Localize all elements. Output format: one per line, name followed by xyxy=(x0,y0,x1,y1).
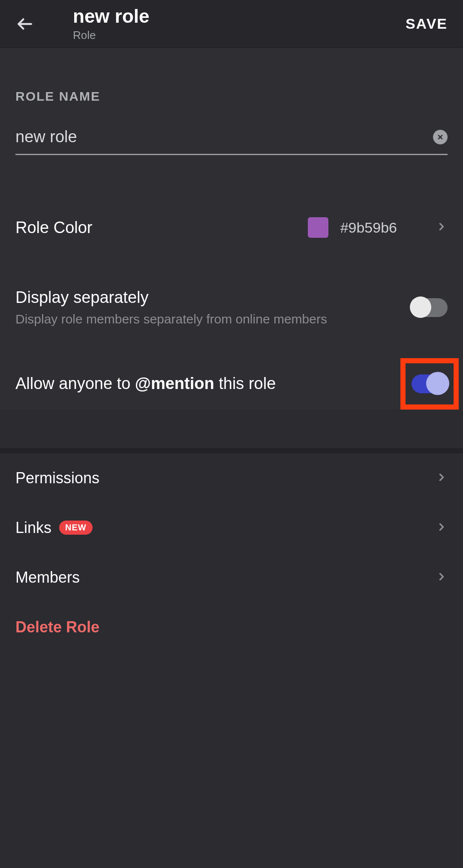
page-title: new role xyxy=(73,6,406,27)
allow-mention-suffix: this role xyxy=(214,374,276,392)
role-name-input[interactable] xyxy=(15,128,433,146)
save-button[interactable]: SAVE xyxy=(406,15,448,32)
chevron-right-icon xyxy=(436,471,448,485)
members-row[interactable]: Members xyxy=(0,553,463,602)
allow-mention-title: Allow anyone to @mention this role xyxy=(15,373,392,394)
links-label: Links xyxy=(15,519,51,537)
display-separately-subtitle: Display role members separately from onl… xyxy=(15,311,403,328)
allow-mention-prefix: Allow anyone to xyxy=(15,374,135,392)
chevron-right-icon xyxy=(436,221,448,234)
permissions-row[interactable]: Permissions xyxy=(0,453,463,503)
back-arrow-icon[interactable] xyxy=(15,15,34,33)
chevron-right-icon xyxy=(436,521,448,535)
chevron-right-icon xyxy=(436,571,448,584)
delete-role-label: Delete Role xyxy=(15,618,99,636)
role-color-row[interactable]: Role Color #9b59b6 xyxy=(0,202,463,253)
delete-role-row[interactable]: Delete Role xyxy=(0,602,463,652)
allow-mention-toggle[interactable] xyxy=(412,374,448,393)
role-color-swatch xyxy=(308,217,328,238)
clear-input-icon[interactable] xyxy=(433,130,448,144)
new-badge: NEW xyxy=(59,521,93,535)
members-label: Members xyxy=(15,569,436,587)
allow-mention-strong: @mention xyxy=(135,374,214,392)
role-color-label: Role Color xyxy=(15,218,308,237)
display-separately-title: Display separately xyxy=(15,287,403,308)
display-separately-toggle[interactable] xyxy=(412,298,448,317)
highlight-annotation xyxy=(400,358,459,410)
role-name-label: ROLE NAME xyxy=(0,89,463,104)
role-color-value: #9b59b6 xyxy=(340,219,397,236)
page-subtitle: Role xyxy=(73,29,406,42)
links-row[interactable]: Links NEW xyxy=(0,503,463,553)
permissions-label: Permissions xyxy=(15,469,436,487)
